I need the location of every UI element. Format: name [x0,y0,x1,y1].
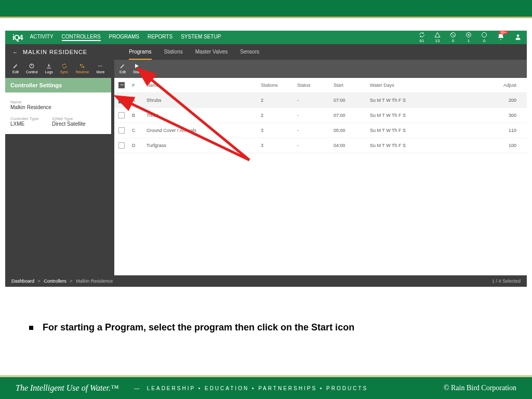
controller-subheader: ← MALKIN RESIDENCE Programs Stations Mas… [5,44,527,60]
crumb-current: Malkin Residence [76,278,113,284]
status-ok[interactable]: 0 [481,32,487,43]
cell-stations: 3 [258,123,294,138]
main-edit[interactable]: Edit [119,63,126,74]
svg-point-3 [517,34,520,37]
pencil-icon [12,63,19,69]
select-all-checkbox[interactable] [118,82,125,88]
status-sync[interactable]: 61 [419,32,425,43]
row-checkbox[interactable] [118,97,125,103]
col-start[interactable]: Start [330,78,367,93]
cell-name: Trees [143,108,258,123]
side-logs[interactable]: Logs [45,63,53,74]
svg-point-7 [102,65,103,66]
tab-master-valves[interactable]: Master Valves [195,45,228,60]
cell-adjust: 110 [445,123,527,138]
label-iqnet: IQNet Type [52,116,85,121]
crumb-dashboard[interactable]: Dashboard [11,278,34,284]
cell-stations: 2 [258,93,294,108]
col-adjust[interactable]: Adjust [445,78,527,93]
tab-stations[interactable]: Stations [164,45,183,60]
bell-badge: 99+ [499,31,508,34]
cell-id: C [129,123,143,138]
value-iqnet: Direct Satellite [52,121,85,127]
col-status[interactable]: Status [294,78,330,93]
col-waterdays[interactable]: Water Days [367,78,445,93]
nav-controllers[interactable]: CONTROLLERS [62,34,101,41]
programs-table: # Name Stations Status Start Water Days … [114,78,527,153]
app-logo[interactable]: iQ4 [5,33,30,42]
sync-icon [61,63,68,69]
status-stop[interactable]: 1 [466,32,472,43]
nav-reports[interactable]: REPORTS [148,34,172,41]
nav-system-setup[interactable]: SYSTEM SETUP [181,34,221,41]
table-row[interactable]: BTrees2-07:00Su M T W Th F S300 [114,108,527,123]
cell-adjust: 100 [445,138,527,153]
cell-waterdays: Su M T W Th F S [367,123,445,138]
bullet-icon [29,326,33,330]
breadcrumb-bar: Dashboard > Controllers > Malkin Residen… [5,275,527,287]
pencil-icon [119,63,126,69]
side-control[interactable]: Control [26,63,38,74]
table-row[interactable]: DTurfgrass3-04:00Su M T W Th F S100 [114,138,527,153]
cell-id: A [129,93,143,108]
label-name: Name [10,100,106,104]
crumb-controllers[interactable]: Controllers [44,278,66,284]
tab-programs[interactable]: Programs [129,45,151,60]
footer-links: — LEADERSHIP • EDUCATION • PARTNERSHIPS … [128,385,368,391]
block-icon [450,32,456,38]
value-name: Malkin Residence [10,104,106,110]
table-row[interactable]: CGround Cover / Annuals3-05:00Su M T W T… [114,123,527,138]
row-checkbox[interactable] [118,127,125,134]
row-checkbox[interactable] [118,142,125,149]
cell-start: 07:00 [330,108,367,123]
cell-adjust: 200 [445,93,527,108]
main-toolbar: Edit Start [114,60,527,78]
back-button[interactable]: ← [5,49,23,55]
instruction-text: For starting a Program, select the progr… [29,322,511,333]
stop-icon [466,32,472,38]
svg-point-5 [99,65,100,66]
footer-copyright: © Rain Bird Corporation [444,384,516,392]
table-header-row: # Name Stations Status Start Water Days … [114,78,527,93]
slide-accent-bar [0,17,532,18]
slide-top-bar [0,0,532,17]
table-row[interactable]: AShrubs2-07:00Su M T W Th F S200 [114,93,527,108]
main-nav: ACTIVITY CONTROLLERS PROGRAMS REPORTS SY… [30,34,221,41]
nav-activity[interactable]: ACTIVITY [30,34,54,41]
controller-tabs: Programs Stations Master Valves Sensors [129,45,259,60]
col-name[interactable]: Name [143,78,258,93]
value-ctype: LXME [10,121,38,127]
programs-table-wrap: # Name Stations Status Start Water Days … [114,78,527,275]
cell-name: Ground Cover / Annuals [143,123,258,138]
svg-point-6 [100,65,101,66]
side-edit[interactable]: Edit [12,63,19,74]
row-checkbox[interactable] [118,112,125,118]
col-stations[interactable]: Stations [258,78,294,93]
cell-waterdays: Su M T W Th F S [367,93,445,108]
profile-menu[interactable] [514,33,522,42]
status-alert[interactable]: 13 [434,32,441,43]
main-start[interactable]: Start [133,63,141,74]
nav-programs[interactable]: PROGRAMS [109,34,139,41]
cell-start: 04:00 [330,138,367,153]
status-block[interactable]: 0 [450,32,456,43]
download-icon [46,63,52,69]
notifications-bell[interactable]: 99+ [497,33,505,42]
side-sync[interactable]: Sync [60,63,69,74]
cell-adjust: 300 [445,108,527,123]
side-more[interactable]: More [96,63,104,74]
cell-name: Turfgrass [143,138,258,153]
tab-sensors[interactable]: Sensors [240,45,259,60]
side-reverse[interactable]: Reverse [75,63,89,74]
col-id[interactable]: # [129,78,143,93]
circle-icon [481,32,487,38]
sidebar: Edit Control Logs Sync Reverse More Cont… [5,60,111,275]
sync-icon [419,32,425,38]
alert-icon [434,32,441,38]
slide-footer: The Intelligent Use of Water.™ — LEADERS… [0,377,532,399]
more-icon [97,63,103,69]
app-body: Edit Control Logs Sync Reverse More Cont… [5,60,527,275]
app-header: iQ4 ACTIVITY CONTROLLERS PROGRAMS REPORT… [5,31,527,44]
cell-start: 07:00 [330,93,367,108]
sidebar-panel-title: Controller Settings [5,78,111,92]
